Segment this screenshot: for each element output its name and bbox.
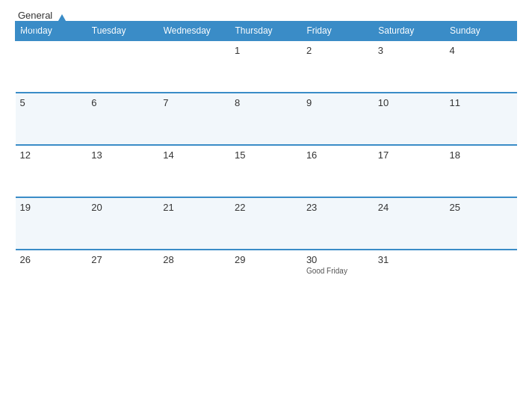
calendar-cell: 23 [302,197,374,250]
calendar-cell: 14 [158,145,230,197]
logo-triangle-icon [55,14,69,26]
day-number: 2 [306,45,369,56]
calendar-cell: 29 [230,250,302,302]
calendar-cell: 8 [230,93,302,145]
day-number: 24 [378,202,441,213]
day-number: 11 [450,97,513,108]
week-row-2: 12131415161718 [16,145,517,197]
day-number: 20 [91,202,154,213]
calendar-cell [16,40,87,93]
calendar-cell: 3 [374,40,445,93]
day-number: 5 [20,97,83,108]
day-number: 4 [450,45,513,56]
logo: GeneralBlue [18,10,69,32]
calendar-cell: 28 [158,250,230,302]
day-number: 26 [20,254,83,265]
calendar-cell: 2 [302,40,374,93]
calendar-cell: 17 [374,145,445,197]
day-number: 19 [20,202,83,213]
header-wednesday: Wednesday [158,22,230,41]
event-label: Good Friday [306,267,369,275]
logo-blue: Blue [18,20,37,31]
calendar-cell: 7 [158,93,230,145]
calendar-cell [87,40,158,93]
calendar-cell: 1 [230,40,302,93]
day-number: 18 [450,149,513,161]
calendar-body: 1234567891011121314151617181920212223242… [16,40,517,302]
calendar-header: MondayTuesdayWednesdayThursdayFridaySatu… [16,22,517,41]
week-row-3: 19202122232425 [16,197,517,250]
day-number: 31 [378,254,441,265]
calendar-cell: 24 [374,197,445,250]
calendar-cell: 16 [302,145,374,197]
calendar-cell: 10 [374,93,445,145]
calendar-cell: 31 [374,250,445,302]
day-number: 25 [450,202,513,213]
calendar-cell: 6 [87,93,158,145]
calendar-cell: 12 [16,145,87,197]
week-row-4: 2627282930Good Friday31 [16,250,517,302]
day-number: 3 [378,45,441,56]
logo-text: GeneralBlue [18,10,52,32]
header-friday: Friday [302,22,374,41]
day-number: 29 [235,254,297,265]
calendar-cell: 4 [445,40,517,93]
calendar-cell: 20 [87,197,158,250]
calendar-cell: 27 [87,250,158,302]
calendar-cell: 21 [158,197,230,250]
day-number: 16 [306,149,369,161]
header-tuesday: Tuesday [87,22,158,41]
day-number: 21 [163,202,226,213]
day-number: 1 [235,45,297,56]
week-row-0: 1234 [16,40,517,93]
calendar-cell: 30Good Friday [302,250,374,302]
day-number: 30 [306,254,369,265]
day-number: 13 [91,149,154,161]
calendar-cell: 5 [16,93,87,145]
day-number: 7 [163,97,226,108]
calendar-cell: 26 [16,250,87,302]
calendar-cell [445,250,517,302]
day-number: 22 [235,202,297,213]
day-number: 27 [91,254,154,265]
day-number: 17 [378,149,441,161]
calendar-cell: 19 [16,197,87,250]
day-number: 8 [235,97,297,108]
calendar-cell: 18 [445,145,517,197]
day-number: 12 [20,149,83,161]
day-number: 23 [306,202,369,213]
header-sunday: Sunday [445,22,517,41]
day-number: 9 [306,97,369,108]
header-row: MondayTuesdayWednesdayThursdayFridaySatu… [16,22,517,41]
day-number: 15 [235,149,297,161]
day-number: 10 [378,97,441,108]
calendar-cell: 22 [230,197,302,250]
calendar-cell: 9 [302,93,374,145]
day-number: 28 [163,254,226,265]
week-row-1: 567891011 [16,93,517,145]
header-thursday: Thursday [230,22,302,41]
calendar-cell: 25 [445,197,517,250]
calendar-cell: 15 [230,145,302,197]
header-saturday: Saturday [374,22,445,41]
calendar-cell [158,40,230,93]
day-number: 14 [163,149,226,161]
calendar-cell: 13 [87,145,158,197]
calendar-cell: 11 [445,93,517,145]
calendar-table: MondayTuesdayWednesdayThursdayFridaySatu… [15,21,517,302]
day-number: 6 [91,97,154,108]
